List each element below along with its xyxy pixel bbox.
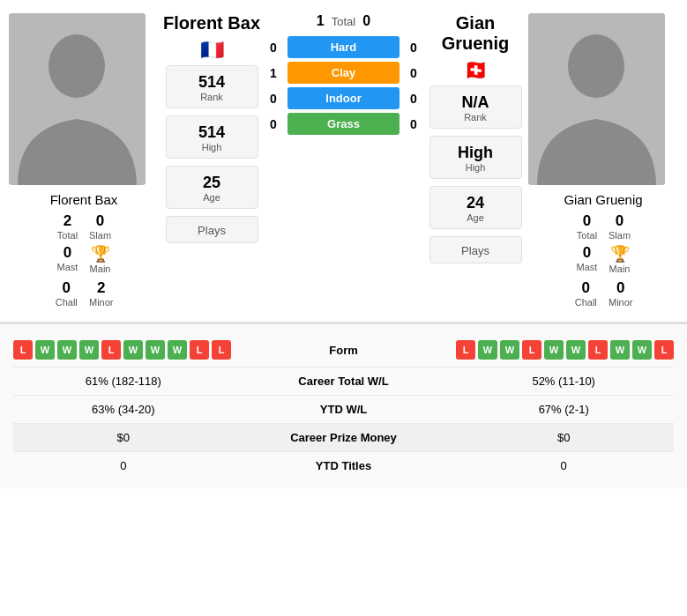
career-label: Career Total W/L (234, 375, 454, 388)
player1-header-name: Florent Bax (163, 13, 260, 33)
form-badge-l: L (654, 340, 674, 360)
grass-btn: Grass (287, 113, 400, 135)
player1-plays-label: Plays (198, 224, 226, 237)
player1-mast-cell: 0 Mast (56, 244, 78, 274)
player1-main-label: Main (90, 263, 111, 274)
player2-slam-cell: 0 Slam (609, 212, 631, 241)
player2-slam-val: 0 (616, 212, 624, 230)
player1-titles: 0 (13, 459, 234, 472)
form-badge-l: L (588, 340, 608, 360)
player2-trophy-icon: 🏆 (610, 244, 630, 263)
player1-info: Florent Bax 2 Total 0 Slam 0 Mast (9, 192, 159, 313)
indoor-left: 0 (265, 92, 282, 106)
player2-main-label: Main (609, 263, 631, 274)
clay-right: 0 (405, 66, 422, 80)
center-col: 1 Total 0 0 Hard 0 1 Clay 0 0 Indoor (265, 13, 422, 313)
player1-plays-box: Plays (166, 216, 258, 243)
grass-right: 0 (405, 117, 422, 131)
clay-left: 1 (265, 66, 282, 80)
titles-label: YTD Titles (234, 459, 454, 472)
form-badge-w: W (79, 340, 99, 360)
player2-rank-box: N/A Rank (429, 85, 522, 129)
hard-left: 0 (265, 41, 282, 55)
player1-total-val: 2 (63, 212, 71, 230)
form-badge-w: W (123, 340, 143, 360)
player2-plays-label: Plays (461, 244, 489, 257)
player2-high-label: High (434, 162, 518, 173)
player2-stats-grid: 0 Total 0 Slam 0 Mast 🏆 Main (576, 212, 631, 274)
svg-point-3 (568, 34, 624, 98)
form-badge-l: L (13, 340, 33, 360)
player1-age-val: 25 (170, 174, 254, 192)
player2-stats-col: Gian Gruenig 🇨🇭 N/A Rank High High 24 Ag… (422, 13, 528, 313)
player2-high-val: High (434, 144, 518, 162)
form-badge-w: W (632, 340, 652, 360)
player1-form-badges: LWWWLWWWLL (13, 340, 234, 360)
form-badge-w: W (610, 340, 630, 360)
player2-photo-col: Gian Gruenig 0 Total 0 Slam 0 Mast (528, 13, 678, 313)
surface-rows: 0 Hard 0 1 Clay 0 0 Indoor 0 0 Grass (265, 36, 422, 135)
player1-rank-box: 514 Rank (166, 65, 258, 108)
player1-name: Florent Bax (50, 192, 118, 207)
career-row: 61% (182-118) Career Total W/L 52% (11-1… (13, 367, 674, 396)
player2-total-val: 0 (583, 212, 591, 230)
total-left: 1 (317, 13, 325, 29)
player1-mast-val: 0 (63, 244, 71, 262)
ytd-label: YTD W/L (234, 403, 454, 416)
player1-minor-val: 2 (97, 279, 105, 297)
player1-trophy-icon: 🏆 (91, 244, 110, 263)
player2-total-label: Total (577, 230, 597, 241)
player2-chall-label: Chall (575, 297, 597, 308)
main-container: Florent Bax 2 Total 0 Slam 0 Mast (0, 0, 687, 488)
hard-right: 0 (405, 41, 422, 55)
player2-plays-box: Plays (429, 236, 522, 263)
total-label: Total (332, 15, 355, 28)
player1-rank-val: 514 (170, 73, 254, 92)
player2-stats-grid2: 0 Chall 0 Minor (573, 279, 632, 308)
player-section: Florent Bax 2 Total 0 Slam 0 Mast (0, 0, 687, 322)
player2-slam-label: Slam (609, 230, 631, 241)
total-right: 0 (362, 13, 370, 29)
player2-info: Gian Gruenig 0 Total 0 Slam 0 Mast (528, 192, 678, 313)
form-section: LWWWLWWWLL Form LWWLWWLWWL 61% (182-118)… (0, 323, 687, 488)
player2-header-name: Gian Gruenig (422, 13, 528, 54)
player1-ytd: 63% (34-20) (13, 403, 234, 416)
player1-stats-grid2: 0 Chall 2 Minor (54, 279, 113, 308)
player2-minor-label: Minor (609, 297, 633, 308)
player1-minor-cell: 2 Minor (89, 279, 114, 308)
player1-flag: 🇫🇷 (200, 39, 224, 62)
player2-chall-val: 0 (582, 279, 590, 297)
total-row: 1 Total 0 (317, 13, 370, 29)
player2-age-label: Age (434, 212, 518, 223)
form-label: Form (234, 344, 454, 357)
player1-mast-label: Mast (57, 262, 78, 272)
player1-stats-grid: 2 Total 0 Slam 0 Mast 🏆 Main (56, 212, 111, 274)
player1-main-cell: 🏆 Main (89, 244, 111, 274)
form-badge-w: W (544, 340, 564, 360)
player2-chall-cell: 0 Chall (573, 279, 598, 308)
form-badge-l: L (101, 340, 121, 360)
grass-row: 0 Grass 0 (265, 113, 422, 135)
player2-form-badges: LWWLWWLWWL (453, 340, 674, 360)
indoor-btn: Indoor (287, 87, 400, 109)
player1-high-val: 514 (170, 123, 254, 142)
player2-minor-val: 0 (616, 279, 624, 297)
player1-minor-label: Minor (89, 297, 114, 308)
clay-row: 1 Clay 0 (265, 62, 422, 84)
player2-prize: $0 (453, 431, 674, 444)
player1-high-box: 514 High (166, 115, 258, 159)
indoor-row: 0 Indoor 0 (265, 87, 422, 109)
indoor-right: 0 (405, 92, 422, 106)
player2-flag: 🇨🇭 (464, 59, 488, 82)
form-badge-w: W (478, 340, 497, 360)
player1-photo-col: Florent Bax 2 Total 0 Slam 0 Mast (9, 13, 159, 313)
player2-rank-val: N/A (434, 93, 518, 112)
form-badge-w: W (168, 340, 187, 360)
player2-name: Gian Gruenig (564, 192, 642, 207)
form-badge-l: L (212, 340, 231, 360)
form-badge-w: W (566, 340, 586, 360)
ytd-row: 63% (34-20) YTD W/L 67% (2-1) (13, 396, 674, 424)
form-row: LWWWLWWWLL Form LWWLWWLWWL (13, 333, 674, 367)
player1-photo (9, 13, 146, 185)
hard-btn: Hard (287, 36, 400, 58)
